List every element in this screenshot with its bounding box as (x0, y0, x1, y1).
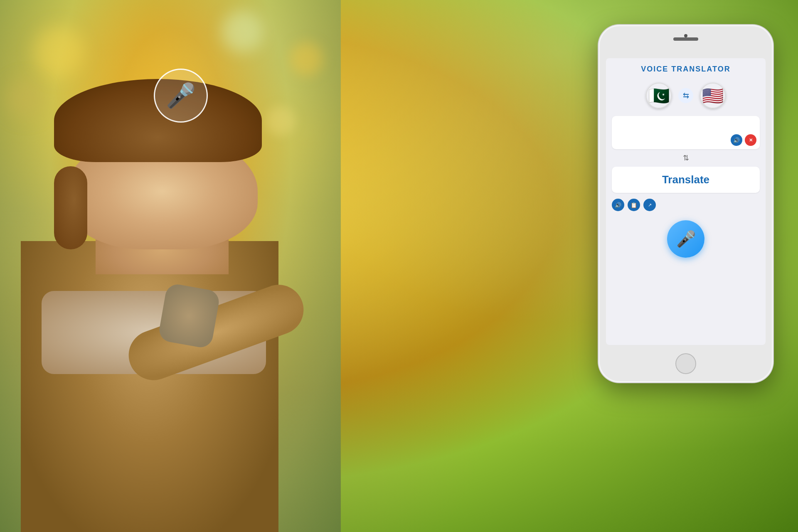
mic-float-icon: 🎤 (154, 69, 208, 123)
hair-left (54, 166, 87, 249)
speaker-icon: 🔊 (733, 137, 740, 143)
coat-body (21, 241, 278, 532)
clear-source-button[interactable]: ✕ (745, 134, 756, 146)
us-flag: 🇺🇸 (702, 86, 724, 106)
glove (158, 283, 221, 349)
record-mic-button[interactable]: 🎤 (667, 220, 704, 258)
down-arrow-symbol: ⇅ (683, 154, 689, 162)
share-translation-button[interactable]: ↗ (643, 199, 656, 211)
speak-translation-button[interactable]: 🔊 (612, 199, 624, 211)
app-content: VOICE TRANSLATOR 🇵🇰 ⇆ 🇺🇸 (606, 58, 766, 345)
phone-frame: VOICE TRANSLATOR 🇵🇰 ⇆ 🇺🇸 (598, 25, 773, 382)
target-language-flag[interactable]: 🇺🇸 (700, 83, 726, 108)
close-icon: ✕ (749, 138, 753, 143)
mic-button-container: 🎤 (612, 217, 760, 259)
swap-down-icon: ⇅ (612, 153, 760, 163)
pakistan-flag: 🇵🇰 (648, 86, 670, 106)
phone-speaker (673, 37, 698, 41)
speaker-icon-2: 🔊 (615, 202, 621, 208)
phone-screen: VOICE TRANSLATOR 🇵🇰 ⇆ 🇺🇸 (606, 58, 766, 345)
bokeh-3 (290, 42, 323, 76)
translate-button-label[interactable]: Translate (662, 173, 709, 186)
mic-float-symbol: 🎤 (166, 84, 196, 108)
source-text-input[interactable]: 🔊 ✕ (612, 116, 760, 149)
copy-translation-button[interactable]: 📋 (628, 199, 640, 211)
language-selector: 🇵🇰 ⇆ 🇺🇸 (612, 79, 760, 112)
swap-languages-button[interactable]: ⇆ (678, 88, 693, 103)
swap-icon-symbol: ⇆ (683, 91, 689, 100)
input-actions: 🔊 ✕ (731, 134, 756, 146)
source-language-flag[interactable]: 🇵🇰 (646, 83, 672, 108)
bokeh-2 (222, 11, 263, 52)
bokeh-5 (266, 106, 295, 135)
share-icon: ↗ (648, 202, 652, 208)
copy-icon: 📋 (631, 202, 637, 208)
phone-camera (684, 34, 687, 37)
phone-device: VOICE TRANSLATOR 🇵🇰 ⇆ 🇺🇸 (598, 25, 773, 382)
mic-icon: 🎤 (676, 230, 696, 248)
translation-result-box: Translate (612, 167, 760, 193)
bokeh-1 (34, 27, 84, 76)
speak-source-button[interactable]: 🔊 (731, 134, 742, 146)
app-title: VOICE TRANSLATOR (612, 65, 760, 74)
translation-actions: 🔊 📋 ↗ (612, 197, 760, 213)
bokeh-4 (7, 80, 44, 117)
phone-home-button[interactable] (675, 353, 696, 374)
